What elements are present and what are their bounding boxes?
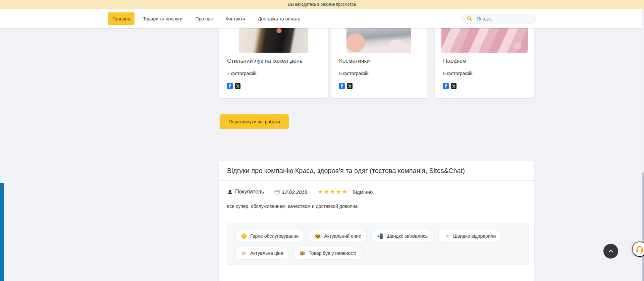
nav-item-contacts[interactable]: Контакти	[221, 12, 249, 25]
scrollbar-track	[642, 9, 644, 281]
review-tag-label: Актуальна ціна	[250, 250, 283, 256]
x-share-icon[interactable]	[451, 83, 457, 89]
calendar-icon	[274, 189, 280, 195]
card-title[interactable]: Косметички	[339, 58, 370, 64]
facebook-share-icon[interactable]	[443, 83, 449, 89]
card-social-buttons	[443, 83, 457, 89]
card-social-buttons	[227, 83, 240, 89]
review-tag-label: Актуальний опис	[324, 233, 361, 239]
review-tag-chip: Товар був у наявності	[293, 247, 362, 260]
headset-icon	[635, 245, 644, 254]
review-tag-label: Швидко відправили	[453, 233, 496, 239]
review-author-name: Покупатель	[235, 189, 264, 195]
tags-row: Актуальна ціна Товар був у наявності	[235, 247, 521, 260]
review-tag-label: Гарне обслуговування	[250, 233, 299, 239]
nav-menu: Головна Товари та послуги Про нас Контак…	[108, 9, 309, 28]
nav-item-products[interactable]: Товари та послуги	[139, 12, 187, 25]
divider	[227, 278, 526, 278]
preview-mode-banner: Вы находитесь в режиме просмотра	[0, 0, 644, 9]
review-text: все супер, обслуживанием, качеством и до…	[227, 204, 358, 209]
review-date-value: 13.02.2018	[282, 189, 307, 195]
card-title[interactable]: Парфюм	[443, 58, 466, 64]
card-photo[interactable]	[346, 28, 411, 53]
x-share-icon[interactable]	[235, 83, 240, 89]
card-photo[interactable]	[239, 28, 308, 53]
x-share-icon[interactable]	[347, 83, 353, 89]
card-social-buttons	[339, 83, 353, 89]
nav-item-about[interactable]: Про нас	[191, 12, 217, 25]
card-photo-count: 7 фотографій	[227, 71, 257, 76]
search-icon	[467, 16, 473, 22]
nav-item-delivery[interactable]: Доставка та оплата	[254, 12, 305, 25]
preview-mode-text: Вы находитесь в режиме просмотра	[288, 2, 356, 7]
review-author: Покупатель	[227, 189, 264, 195]
smiling-face-with-hearts-icon	[241, 233, 247, 239]
rocket-icon	[444, 233, 450, 239]
card-photo-count: 6 фотографій	[443, 71, 473, 76]
rating-stars: ★★★★★	[318, 189, 348, 195]
card-title[interactable]: Стильний лук на кожен день	[227, 58, 303, 64]
tags-row: Гарне обслуговування Актуальний опис Шви…	[235, 230, 521, 242]
nav-item-home[interactable]: Головна	[108, 12, 135, 25]
review-tag-chip: Гарне обслуговування	[235, 230, 304, 242]
review-meta: Покупатель 13.02.2018 ★★★★★ Відмінно	[227, 187, 373, 196]
scrollbar-thumb[interactable]	[642, 172, 644, 281]
search-box	[462, 14, 536, 23]
review-tag-label: Товар був у наявності	[309, 250, 356, 256]
phone-with-arrow-icon	[377, 233, 383, 239]
blue-side-strip	[0, 183, 4, 281]
review-tags-box: Гарне обслуговування Актуальний опис Шви…	[227, 223, 529, 265]
facebook-share-icon[interactable]	[339, 83, 345, 89]
search-input[interactable]	[476, 16, 531, 22]
person-icon	[227, 189, 233, 195]
card-photo[interactable]	[441, 28, 528, 53]
divider	[219, 180, 534, 181]
scroll-to-top-button[interactable]	[603, 244, 618, 259]
view-all-works-button[interactable]: Переглянути всі роботи	[220, 114, 289, 129]
review-tag-chip: Актуальний опис	[309, 230, 367, 242]
review-date: 13.02.2018	[274, 189, 307, 195]
support-chat-button[interactable]	[632, 241, 644, 257]
portfolio-card[interactable]: Стильний лук на кожен день 7 фотографій	[219, 28, 328, 98]
review-tag-chip: Швидко зв'язались	[371, 230, 433, 242]
review-tag-label: Швидко зв'язались	[386, 233, 428, 239]
navbar: Головна Товари та послуги Про нас Контак…	[0, 9, 644, 28]
nerd-face-icon	[315, 233, 321, 239]
package-icon	[299, 250, 306, 257]
page: Вы находитесь в режиме просмотра Головна…	[0, 0, 644, 281]
chevron-up-icon	[607, 248, 614, 255]
portfolio-card[interactable]: Косметички 6 фотографій	[331, 28, 427, 98]
reviews-panel: Відгуки про компанію Краса, здоров'я та …	[219, 161, 534, 281]
portfolio-card[interactable]: Парфюм 6 фотографій	[435, 28, 534, 98]
review-tag-chip: Актуальна ціна	[235, 247, 289, 260]
reviews-title: Відгуки про компанію Краса, здоров'я та …	[227, 167, 465, 175]
label-tag-icon	[241, 250, 247, 257]
rating-label: Відмінно	[353, 189, 373, 195]
review-tag-chip: Швидко відправили	[438, 230, 501, 242]
card-photo-count: 6 фотографій	[339, 71, 369, 76]
facebook-share-icon[interactable]	[227, 83, 233, 89]
